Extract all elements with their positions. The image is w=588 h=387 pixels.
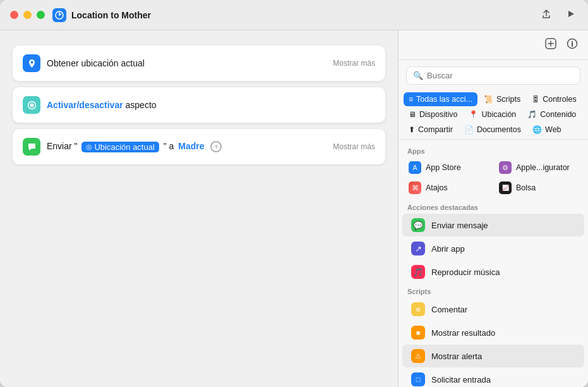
scripts-icon: 📜 <box>484 95 493 104</box>
right-panel-header <box>399 30 588 60</box>
script-request-input[interactable]: □ Solicitar entrada <box>402 368 584 387</box>
documents-icon: 📄 <box>464 125 474 134</box>
device-icon: 🖥 <box>409 110 416 119</box>
traffic-lights <box>10 11 45 19</box>
title-bar: Location to Mother <box>0 0 588 30</box>
cat-documents[interactable]: 📄 Documentos <box>459 123 526 137</box>
categories-bar: ≡ Todas las acci... 📜 Scripts 🎛 Controle… <box>399 90 588 140</box>
show-result-icon: ■ <box>411 326 425 340</box>
atajos-icon: ⌘ <box>409 181 421 194</box>
action-label-send: Enviar " ◎ Ubicación actual " a Madre + <box>47 141 328 152</box>
featured-open-app[interactable]: ↗ Abrir app <box>402 237 584 260</box>
featured-play-music[interactable]: 🎵 Reproducir música <box>402 261 584 283</box>
sidebar-scroll[interactable]: Apps A App Store ⚙ Apple...igurator <box>399 140 588 387</box>
script-show-alert[interactable]: ⚠ Mostrar alerta <box>402 345 584 367</box>
list-icon: ≡ <box>409 95 413 104</box>
apps-section-label: Apps <box>399 144 588 157</box>
script-show-result[interactable]: ■ Mostrar resultado <box>402 321 584 344</box>
share-button[interactable] <box>539 6 554 24</box>
web-icon: 🌐 <box>532 125 542 134</box>
share-cat-icon: ⬆ <box>409 125 415 134</box>
cat-scripts[interactable]: 📜 Scripts <box>479 92 525 106</box>
location-tag[interactable]: ◎ Ubicación actual <box>81 142 159 152</box>
svg-point-1 <box>30 61 33 63</box>
app-appstore[interactable]: A App Store <box>404 158 493 177</box>
appstore-icon: A <box>409 161 421 174</box>
cat-device[interactable]: 🖥 Dispositivo <box>404 108 462 121</box>
add-recipient-button[interactable]: + <box>210 141 222 152</box>
action-card-toggle-aspect: Activar/desactivar aspecto <box>13 87 385 123</box>
left-panel: Obtener ubicación actual Mostrar más Act… <box>0 30 398 387</box>
app-configurator[interactable]: ⚙ Apple...igurator <box>494 158 583 177</box>
app-icon <box>52 8 66 22</box>
location-cat-icon: 📍 <box>469 110 478 119</box>
comment-icon: ≡ <box>411 302 425 316</box>
info-button[interactable] <box>565 37 579 53</box>
cat-content[interactable]: 🎵 Contenido <box>522 108 581 121</box>
show-more-1[interactable]: Mostrar más <box>333 59 375 68</box>
request-input-icon: □ <box>411 372 425 386</box>
scripts-section-label: Scripts <box>399 284 588 297</box>
search-input[interactable] <box>427 71 573 80</box>
script-comment[interactable]: ≡ Comentar <box>402 298 584 321</box>
bolsa-icon: 📈 <box>499 181 512 194</box>
configurator-icon: ⚙ <box>499 161 512 174</box>
title-actions <box>539 6 578 24</box>
controls-icon: 🎛 <box>532 95 539 104</box>
app-atajos[interactable]: ⌘ Atajos <box>404 178 493 197</box>
play-music-icon: 🎵 <box>411 265 425 279</box>
minimize-button[interactable] <box>23 11 32 19</box>
search-bar: 🔍 <box>406 66 580 85</box>
main-content: Obtener ubicación actual Mostrar más Act… <box>0 30 588 387</box>
action-card-get-location: Obtener ubicación actual Mostrar más <box>13 46 385 81</box>
maximize-button[interactable] <box>37 11 45 19</box>
location-icon <box>23 54 40 72</box>
content-icon: 🎵 <box>527 110 537 119</box>
app-bolsa[interactable]: 📈 Bolsa <box>494 178 583 197</box>
send-message-icon: 💬 <box>411 218 425 232</box>
search-icon: 🔍 <box>413 71 423 80</box>
featured-section-label: Acciones destacadas <box>399 200 588 213</box>
open-app-icon: ↗ <box>411 242 425 255</box>
cat-web[interactable]: 🌐 Web <box>527 123 566 137</box>
window: Location to Mother <box>0 0 588 387</box>
action-card-send-message: Enviar " ◎ Ubicación actual " a Madre + … <box>13 129 385 164</box>
contact-madre[interactable]: Madre <box>178 141 204 151</box>
svg-point-3 <box>30 103 33 107</box>
cat-location[interactable]: 📍 Ubicación <box>464 108 521 121</box>
window-title: Location to Mother <box>71 10 539 20</box>
cat-all[interactable]: ≡ Todas las acci... <box>404 92 477 106</box>
cat-controls[interactable]: 🎛 Controles <box>527 92 582 106</box>
action-label-toggle: Activar/desactivar aspecto <box>47 100 375 110</box>
featured-send-message[interactable]: 💬 Enviar mensaje <box>402 214 584 236</box>
message-icon <box>23 138 40 156</box>
show-alert-icon: ⚠ <box>411 349 425 363</box>
tag-location-icon: ◎ <box>86 143 92 151</box>
close-button[interactable] <box>10 11 18 19</box>
add-action-button[interactable] <box>544 37 558 53</box>
show-more-3[interactable]: Mostrar más <box>333 142 375 151</box>
toggle-icon <box>23 96 40 114</box>
run-button[interactable] <box>564 7 578 23</box>
action-label-get-location: Obtener ubicación actual <box>47 58 328 68</box>
cat-share[interactable]: ⬆ Compartir <box>404 123 458 137</box>
right-panel: 🔍 ≡ Todas las acci... 📜 Scripts 🎛 Contro… <box>399 30 588 387</box>
apps-grid: A App Store ⚙ Apple...igurator ⌘ <box>399 157 588 200</box>
